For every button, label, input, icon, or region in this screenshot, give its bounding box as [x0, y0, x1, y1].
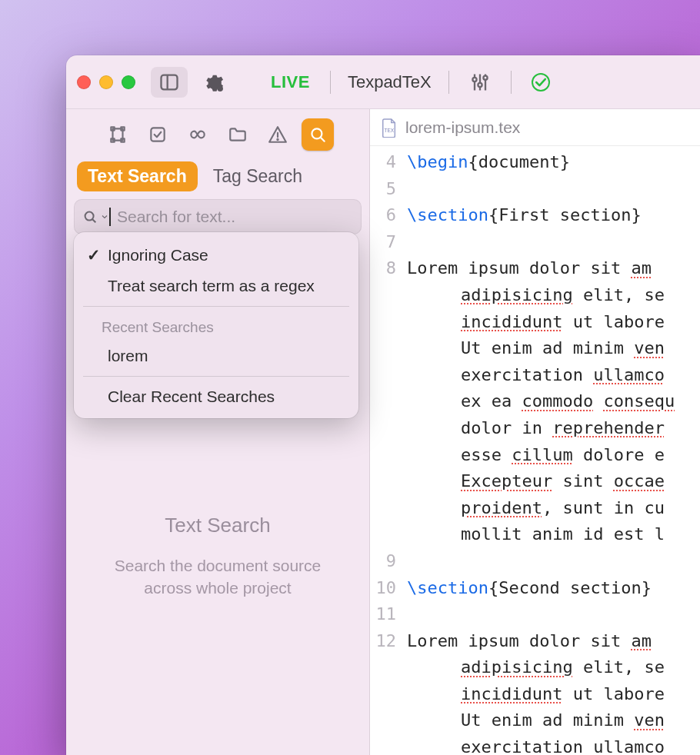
live-indicator[interactable]: LIVE	[263, 72, 318, 92]
warning-icon	[268, 125, 288, 145]
search-input[interactable]	[111, 208, 354, 226]
check-circle-icon	[532, 73, 550, 91]
svg-line-17	[321, 138, 325, 141]
menu-clear-recent[interactable]: Clear Recent Searches	[74, 381, 358, 412]
code-content[interactable]: \begin{document}\section{First section}L…	[402, 146, 700, 755]
app-window: LIVE TexpadTeX	[66, 55, 700, 755]
menu-item-label: Treat search term as a regex	[108, 277, 315, 295]
svg-point-4	[472, 77, 476, 81]
placeholder-title: Text Search	[165, 514, 270, 537]
files-nav-button[interactable]	[222, 118, 254, 151]
search-icon	[82, 208, 98, 225]
separator	[448, 71, 449, 94]
window-controls	[77, 75, 135, 89]
typesetter-select[interactable]: TexpadTeX	[343, 72, 436, 92]
checkbox-icon	[148, 125, 168, 145]
menu-item-label: Clear Recent Searches	[108, 387, 275, 406]
gear-icon	[203, 72, 225, 93]
close-window-button[interactable]	[77, 75, 91, 89]
svg-point-8	[483, 75, 487, 79]
issues-nav-button[interactable]	[262, 118, 294, 151]
search-mode-tabs: Text Search Tag Search	[66, 157, 369, 199]
sidebar-nav	[66, 109, 369, 157]
menu-regex[interactable]: Treat search term as a regex	[74, 271, 358, 301]
menu-item-label: lorem	[108, 347, 148, 365]
settings-button[interactable]	[195, 67, 232, 98]
sidebar-icon	[158, 72, 180, 93]
sliders-icon	[469, 72, 491, 93]
menu-separator	[83, 376, 349, 377]
tab-text-search[interactable]: Text Search	[77, 161, 198, 191]
editor-pane: TEX lorem-ipsum.tex 456789101112 \begin{…	[370, 109, 700, 755]
tex-file-icon: TEX	[381, 118, 398, 138]
zoom-window-button[interactable]	[122, 75, 135, 89]
symbols-nav-button[interactable]	[182, 118, 214, 151]
titlebar: LIVE TexpadTeX	[66, 55, 700, 109]
folder-icon	[228, 125, 248, 145]
todo-nav-button[interactable]	[142, 118, 174, 151]
svg-line-19	[92, 219, 95, 222]
editor-tab[interactable]: TEX lorem-ipsum.tex	[370, 109, 700, 146]
outline-nav-button[interactable]	[102, 118, 134, 151]
search-field-container[interactable]	[74, 199, 362, 234]
chevron-down-icon[interactable]	[100, 208, 109, 225]
menu-ignore-case[interactable]: ✓ Ignoring Case	[74, 240, 358, 271]
svg-point-6	[478, 82, 482, 86]
svg-rect-13	[151, 128, 164, 141]
tab-tag-search[interactable]: Tag Search	[213, 166, 302, 187]
svg-point-15	[277, 139, 278, 140]
menu-heading-recent: Recent Searches	[74, 311, 358, 341]
search-icon	[308, 125, 328, 145]
line-gutter: 456789101112	[370, 146, 402, 755]
svg-rect-0	[162, 75, 178, 89]
menu-separator	[83, 306, 349, 307]
typeset-status[interactable]	[524, 67, 558, 98]
search-options-dropdown: ✓ Ignoring Case Treat search term as a r…	[74, 232, 358, 418]
minimize-window-button[interactable]	[99, 75, 113, 89]
menu-item-label: Ignoring Case	[108, 246, 208, 264]
separator	[511, 71, 512, 94]
sidebar: Text Search Tag Search ✓ Ignoring Case T…	[66, 109, 370, 755]
separator	[330, 71, 331, 94]
editor-filename: lorem-ipsum.tex	[405, 118, 520, 137]
outline-icon	[108, 125, 128, 145]
sliders-button[interactable]	[462, 67, 498, 98]
menu-recent-item[interactable]: lorem	[74, 341, 358, 371]
infinity-icon	[188, 125, 208, 145]
search-nav-button[interactable]	[302, 118, 334, 151]
svg-point-2	[217, 85, 222, 91]
code-editor[interactable]: 456789101112 \begin{document}\section{Fi…	[370, 146, 700, 755]
checkmark-icon: ✓	[86, 246, 102, 264]
toggle-sidebar-button[interactable]	[151, 67, 188, 98]
svg-point-18	[85, 212, 94, 221]
placeholder-subtitle: Search the document source across whole …	[89, 554, 346, 600]
svg-text:TEX: TEX	[385, 128, 395, 133]
